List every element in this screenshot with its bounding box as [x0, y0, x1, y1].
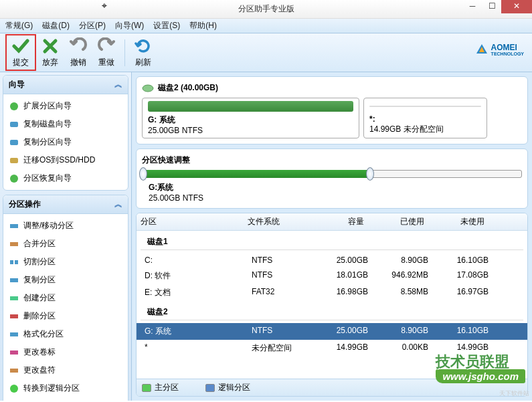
table-row-selected[interactable]: G: 系统NTFS25.00GB8.90GB16.10GB — [137, 323, 527, 340]
content-area: 磁盘2 (40.00GB) G: 系统 25.00GB NTFS *: 14.9… — [132, 72, 532, 401]
col-partition[interactable]: 分区 — [137, 213, 244, 230]
titlebar: ⌖ 分区助手专业版 ─ ☐ ✕ — [0, 0, 532, 19]
sidebar-item-migrate[interactable]: 迁移OS到SSD/HDD — [5, 151, 126, 169]
sidebar-item-extend[interactable]: 扩展分区向导 — [5, 97, 126, 115]
svg-rect-10 — [10, 296, 18, 300]
sidebar-item-copy[interactable]: 复制分区 — [5, 271, 126, 289]
sidebar-item-copypart[interactable]: 复制分区向导 — [5, 133, 126, 151]
sidebar-item-create[interactable]: 创建分区 — [5, 289, 126, 307]
col-fs[interactable]: 文件系统 — [244, 213, 308, 230]
svg-point-15 — [10, 385, 18, 393]
ops-panel-body: 调整/移动分区 合并分区 切割分区 复制分区 创建分区 删除分区 格式化分区 更… — [3, 214, 128, 401]
menu-settings[interactable]: 设置(S) — [153, 20, 180, 31]
minimize-button[interactable]: ─ — [462, 0, 482, 13]
sidebar-item-letter[interactable]: 更改盘符 — [5, 361, 126, 379]
migrate-icon — [9, 155, 19, 166]
resize-icon — [9, 221, 19, 231]
merge-icon — [9, 239, 19, 249]
ops-panel-header[interactable]: 分区操作 ︽ — [3, 195, 128, 214]
menu-partition[interactable]: 分区(P) — [79, 20, 106, 31]
quick-adjust-box: 分区快速调整 G:系统 25.00GB NTFS — [136, 148, 528, 209]
copy-disk-icon — [9, 119, 19, 130]
svg-rect-14 — [10, 369, 18, 373]
sidebar-item-copydisk[interactable]: 复制磁盘向导 — [5, 115, 126, 133]
menu-general[interactable]: 常规(G) — [5, 20, 33, 31]
sidebar-item-format[interactable]: 格式化分区 — [5, 325, 126, 343]
sidebar-item-resize[interactable]: 调整/移动分区 — [5, 217, 126, 235]
close-button[interactable]: ✕ — [501, 0, 532, 13]
maximize-button[interactable]: ☐ — [482, 0, 501, 13]
sidebar-item-convert[interactable]: 转换到逻辑分区 — [5, 379, 126, 397]
menu-help[interactable]: 帮助(H) — [189, 20, 217, 31]
refresh-label: 刷新 — [135, 57, 151, 68]
copy-icon — [9, 275, 19, 286]
refresh-button[interactable]: 刷新 — [129, 37, 157, 68]
delete-icon — [9, 311, 19, 322]
window-title: 分区助手专业版 — [238, 3, 294, 15]
menubar: 常规(G) 磁盘(D) 分区(P) 向导(W) 设置(S) 帮助(H) — [0, 19, 532, 33]
wizard-title: 向导 — [9, 79, 25, 90]
submit-label: 提交 — [13, 57, 29, 68]
table-row[interactable]: C:NTFS25.00GB8.90GB16.10GB — [137, 253, 527, 268]
brand-line2: TECHNOLOGY — [491, 52, 524, 56]
partition-unalloc[interactable]: *: 14.99GB 未分配空间 — [363, 98, 487, 138]
svg-point-17 — [143, 85, 153, 92]
disk-bar: G: 系统 25.00GB NTFS *: 14.99GB 未分配空间 — [142, 98, 522, 138]
letter-icon — [9, 365, 19, 376]
slider-handle-right[interactable] — [366, 167, 374, 181]
convert-icon — [9, 383, 19, 394]
redo-label: 重做 — [98, 57, 114, 68]
svg-rect-7 — [10, 260, 13, 264]
menu-disk[interactable]: 磁盘(D) — [42, 20, 70, 31]
wizard-panel-header[interactable]: 向导 ︽ — [3, 76, 128, 94]
table-row[interactable]: E: 文档FAT3216.98GB8.58MB16.97GB — [137, 284, 527, 301]
copy-part-icon — [9, 137, 19, 148]
cursor-indicator: ⌖ — [102, 0, 107, 11]
svg-rect-3 — [10, 158, 18, 163]
sidebar-item-wipe[interactable]: 擦除分区 — [5, 397, 126, 401]
label-icon — [9, 347, 19, 358]
menu-wizard[interactable]: 向导(W) — [115, 20, 144, 31]
col-capacity[interactable]: 容量 — [308, 213, 368, 230]
table-row[interactable]: D: 软件NTFS18.01GB946.92MB17.08GB — [137, 268, 527, 284]
slider-handle-left[interactable] — [139, 167, 147, 181]
sidebar-item-split[interactable]: 切割分区 — [5, 253, 126, 271]
sidebar-item-merge[interactable]: 合并分区 — [5, 235, 126, 253]
disk-icon — [142, 84, 154, 93]
split-icon — [9, 257, 19, 268]
toolbar: 提交 放弃 撤销 重做 刷新 AOMEI TECHNOLOGY — [0, 33, 532, 72]
wizard-panel-body: 扩展分区向导 复制磁盘向导 复制分区向导 迁移OS到SSD/HDD 分区恢复向导 — [3, 94, 128, 190]
wizard-panel: 向导 ︽ 扩展分区向导 复制磁盘向导 复制分区向导 迁移OS到SSD/HDD 分… — [3, 75, 128, 191]
col-used[interactable]: 已使用 — [368, 213, 428, 230]
svg-rect-11 — [10, 314, 18, 318]
quick-title: 分区快速调整 — [142, 155, 522, 166]
table-group-disk2: 磁盘2 — [141, 301, 523, 320]
window-controls: ─ ☐ ✕ — [462, 0, 532, 13]
sidebar-item-delete[interactable]: 删除分区 — [5, 307, 126, 325]
watermark: 技术员联盟 www.jsgho.com — [436, 352, 525, 383]
quick-size: 25.00GB NTFS — [149, 193, 522, 203]
ops-panel: 分区操作 ︽ 调整/移动分区 合并分区 切割分区 复制分区 创建分区 删除分区 … — [3, 195, 128, 401]
svg-point-4 — [10, 175, 18, 183]
discard-label: 放弃 — [42, 57, 58, 68]
sidebar-item-recover[interactable]: 分区恢复向导 — [5, 169, 126, 187]
ops-title: 分区操作 — [9, 199, 41, 210]
sidebar-item-label[interactable]: 更改卷标 — [5, 343, 126, 361]
create-icon — [9, 293, 19, 304]
submit-button[interactable]: 提交 — [5, 34, 36, 71]
partition-g[interactable]: G: 系统 25.00GB NTFS — [142, 98, 359, 138]
discard-button[interactable]: 放弃 — [36, 37, 64, 68]
undo-label: 撤销 — [70, 57, 86, 68]
col-unused[interactable]: 未使用 — [428, 213, 489, 230]
x-icon — [41, 37, 60, 56]
sidebar: 向导 ︽ 扩展分区向导 复制磁盘向导 复制分区向导 迁移OS到SSD/HDD 分… — [0, 72, 132, 401]
legend-logical: 逻辑分区 — [205, 382, 250, 393]
undo-button[interactable]: 撤销 — [64, 37, 92, 68]
partition-bar — [148, 101, 353, 112]
resize-slider[interactable] — [142, 170, 522, 178]
brand-line1: AOMEI — [491, 43, 524, 52]
svg-rect-5 — [10, 224, 18, 228]
redo-button[interactable]: 重做 — [92, 37, 120, 68]
toolbar-separator — [124, 39, 125, 66]
check-icon — [11, 37, 30, 56]
